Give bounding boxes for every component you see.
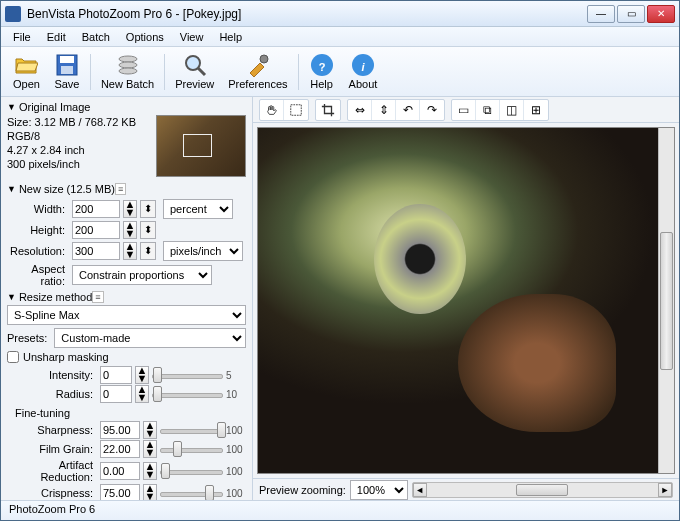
- flip-v-tool[interactable]: ⇕: [372, 100, 396, 120]
- zoom-label: Preview zooming:: [259, 484, 346, 496]
- size-unit-select[interactable]: percent: [163, 199, 233, 219]
- close-button[interactable]: ✕: [647, 5, 675, 23]
- newsize-menu-icon[interactable]: ≡: [115, 183, 126, 195]
- main-panel: ⇔ ⇕ ↶ ↷ ▭ ⧉ ◫ ⊞ Preview zooming: 100%: [253, 97, 679, 500]
- flip-h-tool[interactable]: ⇔: [348, 100, 372, 120]
- intensity-slider[interactable]: [152, 366, 223, 384]
- preferences-button[interactable]: Preferences: [222, 51, 293, 92]
- filmgrain-input[interactable]: [100, 440, 140, 458]
- width-lock[interactable]: ⬍: [140, 200, 156, 218]
- horizontal-scrollbar[interactable]: ◄ ►: [412, 482, 673, 498]
- folder-open-icon: [14, 53, 38, 77]
- intensity-input[interactable]: [100, 366, 132, 384]
- resolution-input[interactable]: [72, 242, 120, 260]
- preview-image[interactable]: [257, 127, 675, 474]
- marquee-tool[interactable]: [284, 100, 308, 120]
- scroll-right-arrow[interactable]: ►: [658, 483, 672, 497]
- svg-rect-1: [60, 56, 74, 63]
- height-input[interactable]: [72, 221, 120, 239]
- toolbar: Open Save New Batch Preview Preferences …: [1, 47, 679, 97]
- hand-tool[interactable]: [260, 100, 284, 120]
- marquee-icon: [289, 103, 303, 117]
- res-unit-select[interactable]: pixels/inch: [163, 241, 243, 261]
- resolution-lock[interactable]: ⬍: [140, 242, 156, 260]
- svg-point-6: [186, 56, 200, 70]
- svg-point-8: [260, 55, 268, 63]
- crispness-spinner[interactable]: ▲▼: [143, 484, 157, 500]
- radius-slider[interactable]: [152, 385, 223, 403]
- width-spinner[interactable]: ▲▼: [123, 200, 137, 218]
- vertical-scrollbar[interactable]: [658, 128, 674, 473]
- width-input[interactable]: [72, 200, 120, 218]
- menu-batch[interactable]: Batch: [74, 29, 118, 45]
- height-spinner[interactable]: ▲▼: [123, 221, 137, 239]
- original-image-header[interactable]: ▼Original Image: [7, 99, 246, 115]
- filmgrain-spinner[interactable]: ▲▼: [143, 440, 157, 458]
- original-thumbnail[interactable]: [156, 115, 246, 177]
- preview-button[interactable]: Preview: [169, 51, 220, 92]
- new-batch-button[interactable]: New Batch: [95, 51, 160, 92]
- svg-point-5: [119, 68, 137, 74]
- artifact-input[interactable]: [100, 462, 140, 480]
- tools-icon: [246, 53, 270, 77]
- fine-tuning-label: Fine-tuning: [15, 407, 246, 419]
- scroll-left-arrow[interactable]: ◄: [413, 483, 427, 497]
- sharpness-input[interactable]: [100, 421, 140, 439]
- crispness-input[interactable]: [100, 484, 140, 500]
- unsharp-masking-checkbox[interactable]: [7, 351, 19, 363]
- svg-rect-2: [61, 66, 73, 74]
- height-lock[interactable]: ⬍: [140, 221, 156, 239]
- split-none-tool[interactable]: ▭: [452, 100, 476, 120]
- titlebar: BenVista PhotoZoom Pro 6 - [Pokey.jpg] —…: [1, 1, 679, 27]
- rotate-cw-tool[interactable]: ↷: [420, 100, 444, 120]
- sharpness-slider[interactable]: [160, 421, 223, 439]
- artifact-slider[interactable]: [160, 462, 223, 480]
- svg-rect-13: [291, 104, 302, 115]
- help-icon: ?: [310, 53, 334, 77]
- menu-help[interactable]: Help: [211, 29, 250, 45]
- resize-method-header[interactable]: ▼Resize method≡: [7, 289, 246, 305]
- radius-spinner[interactable]: ▲▼: [135, 385, 149, 403]
- split-both-tool[interactable]: ⊞: [524, 100, 548, 120]
- artifact-spinner[interactable]: ▲▼: [143, 462, 157, 480]
- minimize-button[interactable]: —: [587, 5, 615, 23]
- maximize-button[interactable]: ▭: [617, 5, 645, 23]
- svg-text:?: ?: [318, 61, 325, 73]
- statusbar: PhotoZoom Pro 6: [1, 500, 679, 520]
- menu-file[interactable]: File: [5, 29, 39, 45]
- svg-point-3: [119, 56, 137, 62]
- open-button[interactable]: Open: [7, 51, 46, 92]
- magnifier-icon: [183, 53, 207, 77]
- rotate-ccw-tool[interactable]: ↶: [396, 100, 420, 120]
- filmgrain-slider[interactable]: [160, 440, 223, 458]
- resize-menu-icon[interactable]: ≡: [92, 291, 103, 303]
- zoom-select[interactable]: 100%: [350, 480, 408, 500]
- about-button[interactable]: i About: [343, 51, 384, 92]
- intensity-spinner[interactable]: ▲▼: [135, 366, 149, 384]
- resize-method-select[interactable]: S-Spline Max: [7, 305, 246, 325]
- menubar: File Edit Batch Options View Help: [1, 27, 679, 47]
- new-size-header[interactable]: ▼New size (12.5 MB)≡: [7, 181, 246, 197]
- save-button[interactable]: Save: [48, 51, 86, 92]
- aspect-ratio-select[interactable]: Constrain proportions: [72, 265, 212, 285]
- crispness-slider[interactable]: [160, 484, 223, 500]
- crop-icon: [321, 103, 335, 117]
- menu-options[interactable]: Options: [118, 29, 172, 45]
- help-button[interactable]: ? Help: [303, 51, 341, 92]
- resolution-spinner[interactable]: ▲▼: [123, 242, 137, 260]
- presets-select[interactable]: Custom-made: [54, 328, 246, 348]
- image-toolbar: ⇔ ⇕ ↶ ↷ ▭ ⧉ ◫ ⊞: [253, 97, 679, 123]
- app-icon: [5, 6, 21, 22]
- sharpness-spinner[interactable]: ▲▼: [143, 421, 157, 439]
- original-info: Size: 3.12 MB / 768.72 KB RGB/8 4.27 x 2…: [7, 115, 150, 171]
- split-h-tool[interactable]: ⧉: [476, 100, 500, 120]
- menu-view[interactable]: View: [172, 29, 212, 45]
- svg-point-4: [119, 62, 137, 68]
- crop-tool[interactable]: [316, 100, 340, 120]
- menu-edit[interactable]: Edit: [39, 29, 74, 45]
- split-v-tool[interactable]: ◫: [500, 100, 524, 120]
- svg-line-7: [198, 68, 205, 75]
- radius-input[interactable]: [100, 385, 132, 403]
- floppy-icon: [55, 53, 79, 77]
- window-title: BenVista PhotoZoom Pro 6 - [Pokey.jpg]: [27, 7, 587, 21]
